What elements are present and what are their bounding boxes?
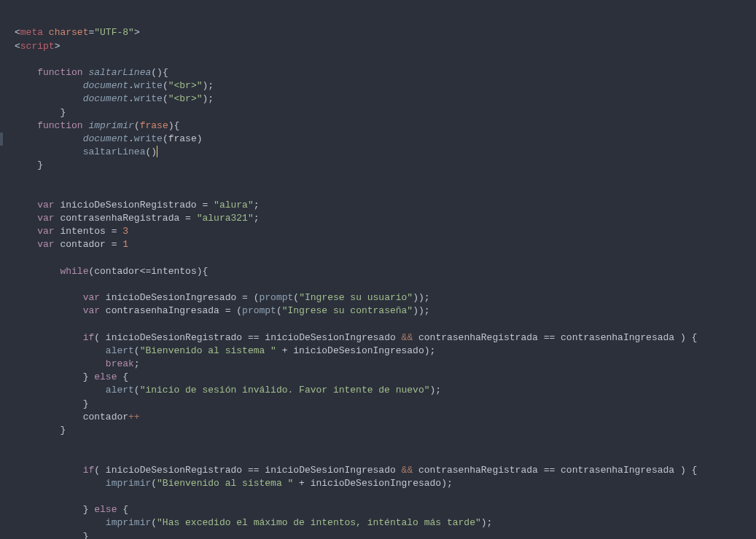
code-token: { [163, 67, 168, 78]
code-token: inicioDeSesionIngresado [265, 465, 395, 476]
code-token: write [134, 133, 163, 144]
code-token: imprimir [88, 120, 133, 131]
code-token: { [122, 371, 128, 382]
code-token: else [94, 504, 117, 515]
code-token: "<br>" [168, 80, 203, 91]
code-token: var [83, 292, 100, 303]
code-token: ; [208, 80, 214, 91]
code-token: "Ingrese su contraseña" [282, 305, 413, 316]
code-token: ; [208, 93, 214, 104]
code-token: ; [254, 200, 260, 211]
code-token: ) [441, 478, 447, 489]
code-token: = [179, 213, 196, 224]
code-token: ( [236, 305, 242, 316]
code-token: } [83, 531, 89, 540]
code-token: alert [106, 385, 134, 396]
code-token: = [106, 239, 122, 250]
code-token: ( [94, 332, 100, 343]
code-token: while [60, 266, 88, 277]
code-token: > [134, 27, 140, 38]
code-token: if [83, 332, 95, 343]
code-token: meta [20, 27, 43, 38]
code-token: "Bienvenido al sistema " [157, 478, 293, 489]
code-token: ( [151, 517, 157, 528]
code-token: } [83, 504, 89, 515]
code-token: inicioDeSesionIngresado [265, 332, 395, 343]
code-token: var [37, 200, 54, 211]
code-token: ( [94, 465, 100, 476]
code-token: contrasenhaIngresada [561, 332, 674, 343]
gutter-current-line [0, 133, 3, 146]
code-token: script [20, 41, 55, 52]
code-token: document [83, 93, 128, 104]
code-token: frase [140, 120, 168, 131]
code-token: saltarLinea [83, 146, 146, 157]
code-token: "UTF-8" [94, 27, 134, 38]
code-token: ( [134, 120, 140, 131]
code-token: == [248, 465, 260, 476]
code-token: + [276, 345, 293, 356]
code-token: ( [163, 133, 168, 144]
code-token: { [122, 504, 128, 515]
code-token: var [37, 213, 54, 224]
code-token: && [402, 332, 413, 343]
code-token: ( [151, 478, 157, 489]
code-token: ; [254, 213, 260, 224]
code-token: } [37, 160, 43, 170]
code-token: . [128, 93, 134, 104]
code-token: ( [163, 80, 168, 91]
code-token: < [15, 41, 20, 52]
code-token: contrasenhaIngresada [561, 465, 674, 476]
code-token: ) [197, 133, 203, 144]
code-token: contrasenhaRegistrada [60, 213, 179, 224]
code-token: ) [413, 305, 418, 316]
code-token: ) [424, 345, 430, 356]
code-token: 3 [122, 226, 128, 237]
code-token: = [106, 226, 122, 237]
code-token: function [37, 120, 82, 131]
code-token: { [174, 120, 180, 131]
code-token: } [60, 425, 66, 436]
code-token: () [151, 67, 163, 78]
code-token: { [692, 465, 698, 476]
code-token: ) [418, 305, 424, 316]
code-token: alert [106, 345, 134, 356]
code-token: ) [481, 517, 487, 528]
code-token: 1 [122, 239, 128, 250]
code-token: = [236, 292, 253, 303]
code-token: imprimir [106, 517, 151, 528]
code-token: == [544, 332, 556, 343]
code-token: inicioDeSesionIngresado [293, 345, 424, 356]
code-token: var [37, 226, 54, 237]
code-token: ) [168, 120, 174, 131]
code-token: ) [418, 292, 424, 303]
code-token: ( [134, 385, 140, 396]
code-token: ; [447, 478, 453, 489]
code-token: ( [134, 345, 140, 356]
code-token: imprimir [106, 478, 151, 489]
code-token: ; [435, 385, 441, 396]
code-editor[interactable]: <meta charset="UTF-8"> <script> function… [0, 0, 756, 539]
code-token: + [293, 478, 310, 489]
code-token: } [83, 398, 89, 409]
code-token: ) [197, 266, 203, 277]
code-token: = [219, 305, 236, 316]
code-token: contador [83, 412, 128, 422]
code-token: contrasenhaRegistrada [418, 332, 538, 343]
code-token: write [134, 93, 163, 104]
code-token: inicioDeSesionRegistrado [106, 465, 242, 476]
code-token: ) [680, 465, 686, 476]
code-token: ++ [128, 412, 140, 422]
code-token: . [128, 133, 134, 144]
code-token: break [106, 358, 134, 369]
text-cursor [157, 146, 157, 157]
code-token: inicioDeSesionRegistrado [60, 200, 196, 211]
code-token: ; [134, 358, 140, 369]
code-token: { [692, 332, 698, 343]
code-token: ( [254, 292, 260, 303]
code-token: prompt [260, 292, 294, 303]
code-token: } [60, 107, 66, 118]
code-token: "Ingrese su usuario" [299, 292, 413, 303]
code-token: } [83, 371, 89, 382]
code-token: ; [487, 517, 493, 528]
